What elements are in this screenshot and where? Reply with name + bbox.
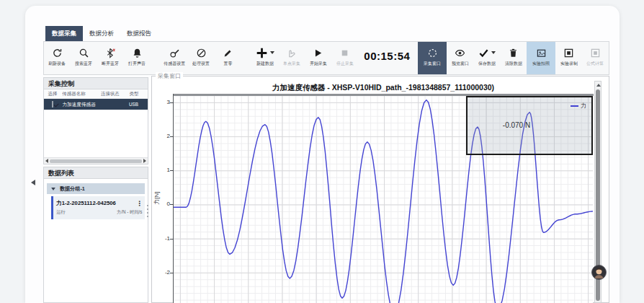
capture-window-button[interactable]: 采集窗口 [418,42,447,74]
scrollbar-thumb[interactable] [50,159,142,163]
column-select: 选择 [45,90,61,97]
data-list-title: 数据列表 [44,167,148,179]
capture-window-panel: 采集窗口 力加速度传感器 - XHSP-V10HID_path_-1981348… [151,76,609,303]
check-icon [478,47,496,58]
chart-title: 力加速度传感器 - XHSP-V10HID_path_-1981348857_1… [174,83,593,93]
stop-icon [339,47,350,58]
collection-control-title: 采集控制 [44,78,148,89]
y-tick-label: 1 [158,167,170,173]
new-data-button[interactable]: 新建数据 [252,42,279,74]
disconnect-bluetooth-button[interactable]: 断开蓝牙 [97,42,124,74]
y-tick-label: 3 [158,99,170,105]
toolbar-label: 断开蓝牙 [102,61,119,66]
sensor-checkbox[interactable] [52,101,53,107]
chart-legend: 力 [571,102,586,110]
y-tick-label: -2 [158,269,170,276]
start-capture-button[interactable]: 开始采集 [305,42,331,74]
column-sensor-name: 传感器名称 [62,90,99,97]
toolbar-label: 预览窗口 [452,61,469,66]
toolbar-label: 公式计算 [586,61,604,66]
sensor-table-header: 选择 传感器名称 连接状态 类型 [44,89,148,99]
legend-label: 力 [581,102,586,110]
bluetooth-disconnect-icon [105,47,116,58]
photo-icon [536,47,547,58]
dropdown-caret-icon[interactable] [491,51,496,54]
toolbar-label: 单点采集 [283,61,300,66]
sidebar-collapse-icon[interactable] [31,180,35,185]
refresh-device-button[interactable]: 刷新设备 [44,42,71,74]
refresh-icon [52,47,63,58]
circle-slash-icon [196,47,207,58]
toolbar-label: 打开声音 [128,61,146,66]
y-tick-label: 2 [158,133,170,139]
y-axis-label: 力[N] [153,184,161,213]
formula-frame-icon [590,47,601,58]
save-data-button[interactable]: 保存数据 [473,42,500,74]
scroll-up-icon[interactable] [596,84,601,87]
preview-window-button[interactable]: 预览窗口 [447,42,473,74]
panel-frame-label: 采集窗口 [156,72,183,80]
toolbar-label: 采集窗口 [424,61,441,66]
sensor-settings-button[interactable]: 传感器设置 [161,42,188,74]
process-settings-button[interactable]: 处理设置 [188,42,215,74]
sensor-name: 力加速度传感器 [62,101,99,108]
sensor-table-row[interactable]: 力加速度传感器 USB [44,99,148,110]
sensor-type: USB [129,102,145,107]
data-item-axes: 力/N - 时间/s [117,209,143,216]
avatar-face-icon [592,265,606,279]
sound-on-button[interactable]: 打开声音 [124,42,151,74]
toolbar-label: 新建数据 [256,61,274,66]
data-list-panel: 数据列表 数据分组-1 力1-2-20251112-042506 ⋮ 运行 力/… [43,167,148,303]
experiment-record-button[interactable]: 实验录制 [555,42,582,74]
tab-data-report[interactable]: 数据报告 [120,26,158,41]
data-group-header[interactable]: 数据分组-1 [47,183,145,194]
horizontal-scrollbar[interactable] [44,157,148,164]
collection-control-panel: 采集控制 选择 传感器名称 连接状态 类型 力加速度传感器 USB [43,77,148,164]
data-group-label: 数据分组-1 [60,185,85,193]
toolbar-label: 处理设置 [192,61,210,66]
data-list-item[interactable]: 力1-2-20251112-042506 ⋮ 运行 力/N - 时间/s [51,196,145,219]
toolbar-label: 保存数据 [478,61,496,66]
scroll-right-icon[interactable] [143,159,146,163]
hand-point-icon [286,47,297,58]
capture-timer: 00:15:54 [364,50,410,62]
search-icon [79,47,89,58]
tab-data-collection[interactable]: 数据采集 [45,26,83,41]
record-frame-icon [563,47,574,58]
main-tab-bar: 数据采集 数据分析 数据报告 [45,26,158,41]
assistant-avatar-button[interactable] [591,265,607,280]
toolbar-label: 刷新设备 [49,61,66,66]
stop-capture-button[interactable]: 停止采集 [331,42,358,74]
legend-swatch [571,105,578,107]
search-bluetooth-button[interactable]: 搜索蓝牙 [71,42,97,74]
toolbar-label: 停止采集 [336,61,354,66]
scroll-left-icon[interactable] [45,159,48,163]
panel-splitter-handle[interactable] [146,205,149,221]
formula-calc-button[interactable]: 公式计算 [582,42,609,74]
single-point-capture-button[interactable]: 单点采集 [279,42,305,74]
chart-selection-box[interactable]: 力 -0.070 N [466,96,593,155]
y-tick-label: -1 [158,235,170,242]
toolbar-label: 开始采集 [310,61,327,66]
force-value-annotation: -0.070 N [468,121,565,129]
toolbar-label: 搜索蓝牙 [75,61,92,66]
toolbar-label: 置零 [223,61,232,66]
toolbar-label: 清除数据 [505,61,522,66]
tab-data-analysis[interactable]: 数据分析 [83,26,120,41]
toolbar: 刷新设备 搜索蓝牙 断开蓝牙 打开声音 传感器设置 处理设置 置零 新建数据 [43,41,609,75]
trash-icon [508,47,519,58]
bell-icon [132,47,143,58]
experiment-photo-button[interactable]: 实验拍照 [527,42,555,74]
plus-icon [256,47,274,58]
play-icon [313,47,323,58]
zero-tare-button[interactable]: 置零 [215,42,241,74]
dropdown-caret-icon[interactable] [270,51,274,54]
toolbar-label: 传感器设置 [164,61,185,66]
sensor-settings-icon [169,47,180,58]
clear-data-button[interactable]: 清除数据 [500,42,527,74]
data-item-name: 力1-2-20251112-042506 [56,199,116,207]
marker-pen-icon [223,47,233,58]
toolbar-label: 实验拍照 [532,61,550,66]
item-menu-icon[interactable]: ⋮ [136,200,143,207]
expand-triangle-icon[interactable] [51,188,55,190]
